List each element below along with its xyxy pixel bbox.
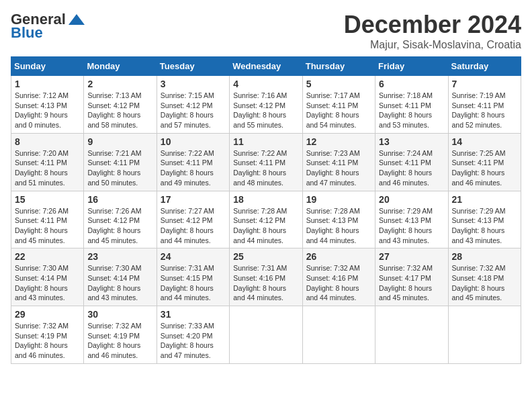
day-info: Sunrise: 7:28 AM Sunset: 4:13 PM Dayligh…: [306, 206, 371, 246]
day-info: Sunrise: 7:16 AM Sunset: 4:12 PM Dayligh…: [233, 91, 298, 130]
day-number: 21: [452, 194, 517, 205]
day-info: Sunrise: 7:30 AM Sunset: 4:14 PM Dayligh…: [15, 263, 80, 303]
day-number: 11: [233, 136, 298, 147]
day-number: 9: [87, 136, 152, 147]
day-info: Sunrise: 7:30 AM Sunset: 4:14 PM Dayligh…: [87, 263, 152, 303]
day-info: Sunrise: 7:22 AM Sunset: 4:11 PM Dayligh…: [161, 148, 226, 188]
calendar-cell: [230, 306, 302, 364]
day-info: Sunrise: 7:19 AM Sunset: 4:11 PM Dayligh…: [452, 91, 517, 130]
calendar-cell: 1 Sunrise: 7:12 AM Sunset: 4:13 PM Dayli…: [11, 76, 84, 134]
day-number: 1: [15, 79, 80, 89]
day-info: Sunrise: 7:26 AM Sunset: 4:12 PM Dayligh…: [87, 206, 152, 246]
day-number: 30: [87, 309, 152, 320]
day-number: 10: [161, 136, 226, 147]
day-info: Sunrise: 7:20 AM Sunset: 4:11 PM Dayligh…: [15, 148, 80, 188]
calendar-week-row: 1 Sunrise: 7:12 AM Sunset: 4:13 PM Dayli…: [11, 76, 521, 134]
calendar-cell: 30 Sunrise: 7:32 AM Sunset: 4:19 PM Dayl…: [84, 306, 157, 364]
day-info: Sunrise: 7:29 AM Sunset: 4:13 PM Dayligh…: [379, 206, 444, 246]
logo: General Blue: [11, 11, 86, 42]
day-number: 22: [15, 251, 80, 262]
calendar-cell: 18 Sunrise: 7:28 AM Sunset: 4:12 PM Dayl…: [230, 191, 302, 248]
calendar-day-header: Thursday: [302, 57, 375, 76]
calendar-cell: 29 Sunrise: 7:32 AM Sunset: 4:19 PM Dayl…: [11, 306, 84, 364]
calendar-cell: 15 Sunrise: 7:26 AM Sunset: 4:11 PM Dayl…: [11, 191, 84, 248]
svg-marker-0: [69, 14, 85, 25]
calendar-cell: 12 Sunrise: 7:23 AM Sunset: 4:11 PM Dayl…: [302, 133, 375, 191]
title-area: December 2024 Majur, Sisak-Moslavina, Cr…: [344, 11, 521, 51]
calendar-day-header: Sunday: [11, 57, 84, 76]
day-number: 8: [15, 136, 80, 147]
calendar-cell: 23 Sunrise: 7:30 AM Sunset: 4:14 PM Dayl…: [84, 248, 157, 306]
day-info: Sunrise: 7:15 AM Sunset: 4:12 PM Dayligh…: [161, 91, 226, 130]
calendar-cell: 13 Sunrise: 7:24 AM Sunset: 4:11 PM Dayl…: [375, 133, 448, 191]
day-number: 27: [379, 251, 444, 262]
day-number: 2: [87, 79, 152, 89]
calendar-cell: 8 Sunrise: 7:20 AM Sunset: 4:11 PM Dayli…: [11, 133, 84, 191]
calendar-week-row: 22 Sunrise: 7:30 AM Sunset: 4:14 PM Dayl…: [11, 248, 521, 306]
calendar-day-header: Friday: [375, 57, 448, 76]
logo-icon: [67, 13, 86, 26]
calendar-cell: 14 Sunrise: 7:25 AM Sunset: 4:11 PM Dayl…: [448, 133, 521, 191]
calendar-cell: [448, 306, 521, 364]
calendar-week-row: 15 Sunrise: 7:26 AM Sunset: 4:11 PM Dayl…: [11, 191, 521, 248]
day-number: 19: [306, 194, 371, 205]
calendar-cell: 3 Sunrise: 7:15 AM Sunset: 4:12 PM Dayli…: [157, 76, 229, 134]
calendar-cell: 4 Sunrise: 7:16 AM Sunset: 4:12 PM Dayli…: [230, 76, 302, 134]
calendar-cell: [375, 306, 448, 364]
day-info: Sunrise: 7:18 AM Sunset: 4:11 PM Dayligh…: [379, 91, 444, 130]
day-info: Sunrise: 7:21 AM Sunset: 4:11 PM Dayligh…: [87, 148, 152, 188]
day-info: Sunrise: 7:32 AM Sunset: 4:18 PM Dayligh…: [452, 263, 517, 303]
page-header: General Blue December 2024 Majur, Sisak-…: [11, 11, 521, 51]
calendar-cell: 16 Sunrise: 7:26 AM Sunset: 4:12 PM Dayl…: [84, 191, 157, 248]
day-number: 7: [452, 79, 517, 89]
day-number: 5: [306, 79, 371, 89]
day-number: 14: [452, 136, 517, 147]
location-subtitle: Majur, Sisak-Moslavina, Croatia: [344, 39, 521, 51]
day-number: 3: [161, 79, 226, 89]
day-info: Sunrise: 7:26 AM Sunset: 4:11 PM Dayligh…: [15, 206, 80, 246]
calendar-cell: 7 Sunrise: 7:19 AM Sunset: 4:11 PM Dayli…: [448, 76, 521, 134]
day-number: 28: [452, 251, 517, 262]
day-number: 24: [161, 251, 226, 262]
calendar-cell: 10 Sunrise: 7:22 AM Sunset: 4:11 PM Dayl…: [157, 133, 229, 191]
calendar-cell: 26 Sunrise: 7:32 AM Sunset: 4:16 PM Dayl…: [302, 248, 375, 306]
day-info: Sunrise: 7:12 AM Sunset: 4:13 PM Dayligh…: [15, 91, 80, 130]
day-number: 13: [379, 136, 444, 147]
day-number: 31: [161, 309, 226, 320]
day-number: 20: [379, 194, 444, 205]
calendar-cell: 11 Sunrise: 7:22 AM Sunset: 4:11 PM Dayl…: [230, 133, 302, 191]
calendar-cell: 5 Sunrise: 7:17 AM Sunset: 4:11 PM Dayli…: [302, 76, 375, 134]
day-number: 29: [15, 309, 80, 320]
calendar-day-header: Monday: [84, 57, 157, 76]
calendar-cell: 28 Sunrise: 7:32 AM Sunset: 4:18 PM Dayl…: [448, 248, 521, 306]
calendar-table: SundayMondayTuesdayWednesdayThursdayFrid…: [11, 56, 521, 364]
calendar-week-row: 8 Sunrise: 7:20 AM Sunset: 4:11 PM Dayli…: [11, 133, 521, 191]
calendar-cell: 21 Sunrise: 7:29 AM Sunset: 4:13 PM Dayl…: [448, 191, 521, 248]
day-info: Sunrise: 7:17 AM Sunset: 4:11 PM Dayligh…: [306, 91, 371, 130]
day-info: Sunrise: 7:27 AM Sunset: 4:12 PM Dayligh…: [161, 206, 226, 246]
calendar-cell: 22 Sunrise: 7:30 AM Sunset: 4:14 PM Dayl…: [11, 248, 84, 306]
day-info: Sunrise: 7:32 AM Sunset: 4:19 PM Dayligh…: [15, 321, 80, 361]
day-number: 17: [161, 194, 226, 205]
calendar-day-header: Tuesday: [157, 57, 229, 76]
calendar-cell: [302, 306, 375, 364]
calendar-day-header: Saturday: [448, 57, 521, 76]
calendar-cell: 19 Sunrise: 7:28 AM Sunset: 4:13 PM Dayl…: [302, 191, 375, 248]
day-number: 16: [87, 194, 152, 205]
calendar-cell: 9 Sunrise: 7:21 AM Sunset: 4:11 PM Dayli…: [84, 133, 157, 191]
calendar-cell: 17 Sunrise: 7:27 AM Sunset: 4:12 PM Dayl…: [157, 191, 229, 248]
calendar-cell: 25 Sunrise: 7:31 AM Sunset: 4:16 PM Dayl…: [230, 248, 302, 306]
day-number: 6: [379, 79, 444, 89]
month-title: December 2024: [344, 11, 521, 39]
day-info: Sunrise: 7:31 AM Sunset: 4:15 PM Dayligh…: [161, 263, 226, 303]
day-number: 25: [233, 251, 298, 262]
day-info: Sunrise: 7:13 AM Sunset: 4:12 PM Dayligh…: [87, 91, 152, 130]
day-info: Sunrise: 7:32 AM Sunset: 4:19 PM Dayligh…: [87, 321, 152, 361]
day-number: 4: [233, 79, 298, 89]
day-info: Sunrise: 7:29 AM Sunset: 4:13 PM Dayligh…: [452, 206, 517, 246]
calendar-cell: 27 Sunrise: 7:32 AM Sunset: 4:17 PM Dayl…: [375, 248, 448, 306]
day-info: Sunrise: 7:32 AM Sunset: 4:17 PM Dayligh…: [379, 263, 444, 303]
day-info: Sunrise: 7:24 AM Sunset: 4:11 PM Dayligh…: [379, 148, 444, 188]
logo-blue-text: Blue: [11, 24, 43, 42]
day-info: Sunrise: 7:31 AM Sunset: 4:16 PM Dayligh…: [233, 263, 298, 303]
